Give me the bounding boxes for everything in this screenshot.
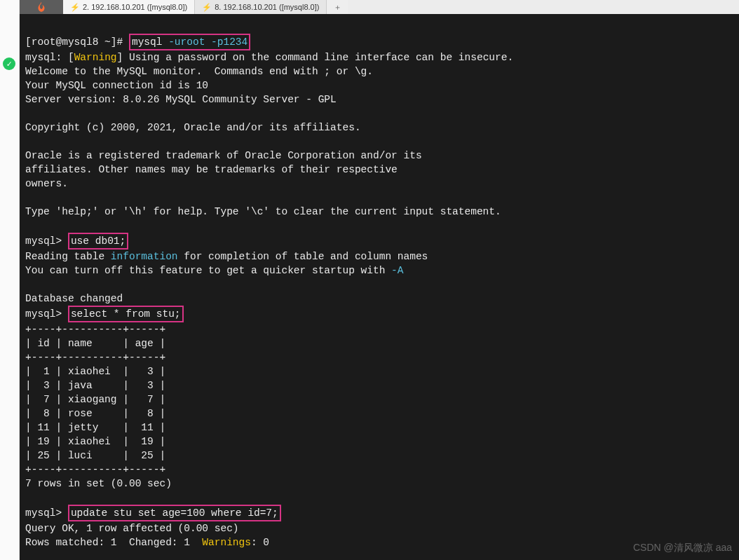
table-row: | 7 | xiaogang | 7 | <box>25 394 165 405</box>
tab-bar: ⚡ 2. 192.168.10.201 ([mysql8.0]) ⚡ 8. 19… <box>20 0 739 14</box>
tab-label: 2. 192.168.10.201 ([mysql8.0]) <box>83 3 187 11</box>
banner-line: Welcome to the MySQL monitor. Commands e… <box>25 66 373 77</box>
tab-add-button[interactable]: ＋ <box>327 0 348 14</box>
warning-word: Warning <box>74 52 117 63</box>
table-row: | 19 | xiaohei | 19 | <box>25 436 165 447</box>
table-border: +----+----------+-----+ <box>25 464 165 475</box>
table-border: +----+----------+-----+ <box>25 352 165 363</box>
highlight-use-db: use db01; <box>68 233 128 250</box>
highlight-select: select * from stu; <box>68 306 184 322</box>
db-changed: Database changed <box>25 293 123 304</box>
banner-line: Type 'help;' or '\h' for help. Type '\c'… <box>25 206 501 217</box>
banner-line: Oracle is a registered trademark of Orac… <box>25 150 422 161</box>
checkmark-icon: ✓ <box>3 57 15 70</box>
update-result: Query OK, 1 row affected (0.00 sec) <box>25 523 239 534</box>
tab-label: 8. 192.168.10.201 ([mysql8.0]) <box>215 3 319 11</box>
tab-spacer <box>20 0 63 14</box>
highlight-login-cmd: mysql -uroot -p1234 <box>129 34 250 50</box>
table-header: | id | name | age | <box>25 338 165 349</box>
left-gutter: ✓ <box>0 0 20 560</box>
terminal[interactable]: [root@mysql8 ~]# mysql -uroot -p1234 mys… <box>20 14 739 560</box>
mysql-prompt: mysql> <box>25 507 68 519</box>
table-row: | 1 | xiaohei | 3 | <box>25 366 165 377</box>
mysql-prompt: mysql> <box>25 235 68 247</box>
banner-line: Copyright (c) 2000, 2021, Oracle and/or … <box>25 122 361 133</box>
banner-line: Server version: 8.0.26 MySQL Community S… <box>25 94 337 105</box>
table-border: +----+----------+-----+ <box>25 324 165 335</box>
prompt-root: [root@mysql8 ~]# <box>25 36 129 48</box>
bolt-icon: ⚡ <box>70 3 80 12</box>
banner-line: affiliates. Other names may be trademark… <box>25 164 398 175</box>
table-footer: 7 rows in set (0.00 sec) <box>25 478 172 489</box>
bolt-icon: ⚡ <box>202 3 212 12</box>
banner-line: Your MySQL connection id is 10 <box>25 80 208 91</box>
flame-icon <box>35 1 48 13</box>
tab-session-8[interactable]: ⚡ 8. 192.168.10.201 ([mysql8.0]) <box>195 0 327 14</box>
tab-session-2[interactable]: ⚡ 2. 192.168.10.201 ([mysql8.0]) <box>63 0 195 14</box>
banner-line: owners. <box>25 178 68 189</box>
table-row: | 11 | jetty | 11 | <box>25 422 165 433</box>
table-row: | 8 | rose | 8 | <box>25 408 165 419</box>
table-row: | 3 | java | 3 | <box>25 380 165 391</box>
highlight-update: update stu set age=100 where id=7; <box>68 505 281 521</box>
table-row: | 25 | luci | 25 | <box>25 450 165 461</box>
mysql-prompt: mysql> <box>25 308 68 320</box>
